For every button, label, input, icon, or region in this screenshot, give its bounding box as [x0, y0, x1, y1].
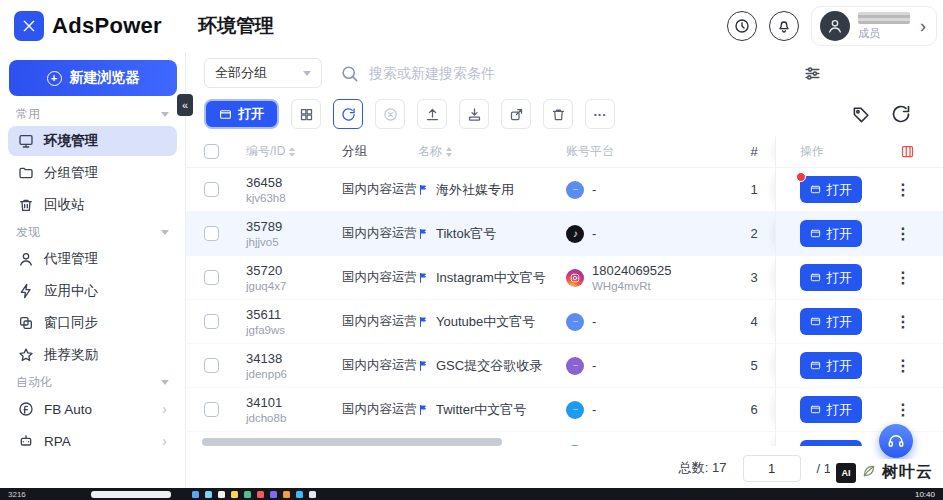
top-bar: AdsPower 环境管理 成员 › — [0, 0, 943, 52]
row-checkbox[interactable] — [204, 314, 219, 329]
sidebar-item-label: 回收站 — [44, 196, 85, 214]
sidebar-collapse-toggle[interactable]: « — [177, 94, 193, 116]
profile-id: 35720 — [246, 263, 342, 278]
trash-icon — [18, 197, 34, 213]
delete-icon[interactable] — [543, 99, 573, 129]
row-more-icon[interactable]: ⋮ — [895, 224, 911, 243]
row-more-icon[interactable]: ⋮ — [895, 268, 911, 287]
flag-icon — [418, 272, 430, 284]
column-header-name[interactable]: 名称 — [418, 143, 566, 160]
open-profile-button[interactable]: 打开 — [800, 308, 862, 335]
open-profile-button[interactable]: 打开 — [800, 176, 862, 203]
chevron-right-icon[interactable]: › — [918, 16, 928, 37]
new-browser-button[interactable]: + 新建浏览器 — [9, 60, 177, 96]
open-selected-button[interactable]: 打开 — [204, 99, 279, 129]
avatar — [820, 11, 850, 41]
sidebar-item-recycle-bin[interactable]: 回收站 — [8, 190, 177, 220]
open-profile-button[interactable]: 打开 — [800, 396, 862, 423]
sidebar: + 新建浏览器 « 常用 环境管理 分组管理 回收站 发现 代理管理 应用中心 … — [0, 52, 186, 488]
sidebar-item-app-center[interactable]: 应用中心 — [8, 276, 177, 306]
row-checkbox[interactable] — [204, 226, 219, 241]
sidebar-item-fb-auto[interactable]: FB Auto › — [8, 394, 177, 424]
row-more-icon[interactable]: ⋮ — [895, 356, 911, 375]
sort-icon[interactable] — [289, 147, 295, 157]
twitter-icon: ··· — [566, 401, 584, 419]
user-menu[interactable]: 成员 › — [811, 6, 937, 46]
taskbar-search[interactable] — [91, 491, 171, 498]
taskbar-icons[interactable] — [192, 491, 316, 498]
import-icon[interactable] — [459, 99, 489, 129]
row-more-icon[interactable]: ⋮ — [895, 400, 911, 419]
history-icon[interactable] — [727, 11, 757, 41]
tiktok-icon: ♪ — [566, 225, 584, 243]
open-profile-button[interactable]: 打开 — [800, 264, 862, 291]
sidebar-item-rpa[interactable]: RPA › — [8, 426, 177, 456]
table-row[interactable]: 35720 jguq4x7 国内内容运营 Instagram中文官号 18024… — [186, 256, 943, 300]
sidebar-item-groups[interactable]: 分组管理 — [8, 158, 177, 188]
customer-service-button[interactable] — [879, 424, 913, 458]
platform-account: - — [592, 358, 596, 373]
sidebar-item-window-sync[interactable]: 窗口同步 — [8, 308, 177, 338]
row-checkbox[interactable] — [204, 182, 219, 197]
chevron-right-icon: › — [162, 433, 167, 449]
row-checkbox[interactable] — [204, 402, 219, 417]
chevron-right-icon: › — [162, 401, 167, 417]
table-row[interactable]: 34138 jdenpp6 国内内容运营 GSC提交谷歌收录 ··· - 5 打… — [186, 344, 943, 388]
table-row[interactable]: 36458 kjv63h8 国内内容运营 海外社媒专用 ··· - 1 打开 ⋮ — [186, 168, 943, 212]
sidebar-item-environments[interactable]: 环境管理 — [8, 126, 177, 156]
row-checkbox[interactable] — [204, 270, 219, 285]
platform-account: - — [592, 182, 596, 197]
search-box[interactable] — [340, 64, 785, 83]
column-header-id[interactable]: 编号/ID — [246, 143, 342, 160]
sort-icon[interactable] — [446, 147, 452, 157]
horizontal-scrollbar[interactable] — [202, 438, 762, 446]
batch-windows-icon[interactable] — [291, 99, 321, 129]
flag-icon — [418, 184, 430, 196]
user-info: 成员 — [858, 12, 910, 41]
table-row[interactable]: 35611 jgfa9ws 国内内容运营 Youtube中文官号 ··· - 4… — [186, 300, 943, 344]
more-actions-icon[interactable]: ··· — [585, 99, 615, 129]
sidebar-item-referral[interactable]: 推荐奖励 — [8, 340, 177, 370]
window-icon — [219, 108, 232, 121]
search-icon — [340, 64, 359, 83]
export-share-icon[interactable] — [501, 99, 531, 129]
taskbar-left-text: 3216 — [8, 490, 26, 499]
platform-account: - — [592, 226, 596, 241]
row-checkbox[interactable] — [204, 358, 219, 373]
row-more-icon[interactable]: ⋮ — [895, 180, 911, 199]
monitor-icon — [18, 133, 34, 149]
sidebar-item-proxies[interactable]: 代理管理 — [8, 244, 177, 274]
page-number-input[interactable] — [743, 455, 801, 482]
column-settings-icon[interactable] — [900, 144, 915, 159]
profile-code: jdcho8b — [246, 412, 342, 424]
close-windows-icon[interactable] — [375, 99, 405, 129]
sidebar-item-label: 应用中心 — [44, 282, 98, 300]
chevron-down-icon[interactable] — [161, 112, 169, 117]
scrollbar-thumb[interactable] — [202, 438, 502, 446]
search-input[interactable] — [369, 65, 749, 81]
advanced-filter-icon[interactable] — [803, 64, 822, 83]
notification-bell-icon[interactable] — [769, 11, 799, 41]
table-row[interactable]: 35789 jhjjvo5 国内内容运营 Tiktok官号 ♪ - 2 打开 ⋮ — [186, 212, 943, 256]
windows-sync-icon — [18, 315, 34, 331]
plus-icon: + — [47, 71, 62, 86]
profile-id: 36458 — [246, 175, 342, 190]
row-more-icon[interactable]: ⋮ — [895, 312, 911, 331]
open-profile-button[interactable]: 打开 — [800, 440, 862, 446]
section-label-text: 发现 — [16, 224, 40, 241]
table-row[interactable]: 34101 jdcho8b 国内内容运营 Twitter中文官号 ··· - 6… — [186, 388, 943, 432]
chevron-down-icon[interactable] — [161, 230, 169, 235]
upload-icon[interactable] — [417, 99, 447, 129]
select-all-checkbox[interactable] — [204, 144, 219, 159]
group-filter-select[interactable]: 全部分组 — [204, 58, 322, 88]
profile-id: 35789 — [246, 219, 342, 234]
profile-name: Instagram中文官号 — [436, 269, 546, 287]
table-header-row: 编号/ID 分组 名称 账号平台 # 操作 — [186, 136, 943, 168]
chevron-down-icon[interactable] — [161, 380, 169, 385]
tag-icon[interactable] — [852, 105, 871, 124]
open-profile-button[interactable]: 打开 — [800, 352, 862, 379]
refresh-profiles-icon[interactable] — [333, 99, 363, 129]
refresh-list-icon[interactable] — [891, 104, 911, 124]
open-profile-button[interactable]: 打开 — [800, 220, 862, 247]
brand-name: AdsPower — [52, 13, 162, 39]
